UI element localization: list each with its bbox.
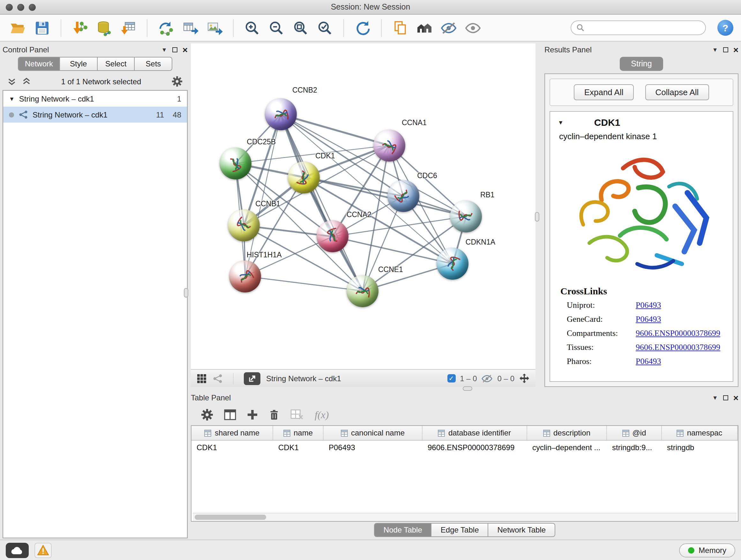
memory-button[interactable]: Memory <box>679 543 735 557</box>
network-edge[interactable] <box>246 276 363 291</box>
maximize-panel-icon[interactable] <box>723 47 728 52</box>
grid-view-icon[interactable] <box>197 373 207 383</box>
zoom-fit-button[interactable] <box>290 17 311 38</box>
gene-section-header[interactable]: ▼ CDK1 <box>550 112 733 130</box>
network-canvas[interactable]: CCNB2CCNA1CDC25BCDK1CDC6RB1CCNB1CCNA2CDK… <box>191 44 536 369</box>
help-button[interactable]: ? <box>718 20 733 36</box>
network-node-ccnb2[interactable] <box>265 98 297 130</box>
tab-sets[interactable]: Sets <box>135 57 172 71</box>
node-count: 11 <box>151 110 164 119</box>
panel-splitter-grip[interactable] <box>535 212 539 222</box>
add-column-icon[interactable] <box>247 409 258 420</box>
network-node-cdk1[interactable] <box>288 161 320 193</box>
network-edge[interactable] <box>281 114 389 145</box>
app-window: Session: New Session ? <box>0 0 741 560</box>
table-header-row: shared namenamecanonical namedatabase id… <box>192 426 738 441</box>
horizontal-scrollbar[interactable] <box>193 513 737 521</box>
float-panel-icon[interactable]: ▼ <box>712 395 718 401</box>
save-session-button[interactable] <box>32 17 52 38</box>
network-node-cdkn1a[interactable] <box>437 248 469 280</box>
network-edge[interactable] <box>281 114 363 291</box>
detach-view-button[interactable] <box>244 372 260 385</box>
gear-icon[interactable] <box>172 76 183 87</box>
hidden-eye-icon[interactable] <box>482 374 493 383</box>
birdseye-view-icon[interactable] <box>212 373 223 383</box>
import-network-file-button[interactable] <box>70 17 90 38</box>
crosslink-link[interactable]: 9606.ENSP00000378699 <box>636 342 720 353</box>
nested-networks-button[interactable] <box>414 17 434 38</box>
crosslink-link[interactable]: P06493 <box>636 314 661 324</box>
close-panel-icon[interactable]: × <box>733 45 738 54</box>
tab-network-table[interactable]: Network Table <box>488 523 556 537</box>
column-header-name[interactable]: name <box>273 426 324 440</box>
export-table-button[interactable] <box>180 17 200 38</box>
search-box[interactable] <box>570 20 706 35</box>
selected-checkbox-icon[interactable]: ✓ <box>447 374 455 382</box>
column-header-@id[interactable]: @id <box>607 426 662 440</box>
network-node-cdc25b[interactable] <box>219 147 251 179</box>
move-crosshair-icon[interactable] <box>519 373 530 384</box>
show-all-button[interactable] <box>463 17 483 38</box>
scrollbar-thumb[interactable] <box>195 515 266 520</box>
control-panel-header: Control Panel ▼ × <box>3 44 188 56</box>
column-header-shared-name[interactable]: shared name <box>192 426 273 440</box>
network-node-ccna2[interactable] <box>317 221 348 253</box>
collapse-triangle-icon[interactable]: ▼ <box>9 96 15 102</box>
tab-select[interactable]: Select <box>97 57 135 71</box>
network-node-hist1h1a[interactable] <box>229 260 261 292</box>
refresh-button[interactable] <box>352 17 373 38</box>
search-input[interactable] <box>588 24 700 32</box>
hide-selected-button[interactable] <box>439 17 459 38</box>
network-node-ccna1[interactable] <box>373 129 405 161</box>
collapse-all-icon[interactable] <box>22 77 30 85</box>
crosslink-link[interactable]: P06493 <box>636 300 661 310</box>
network-node-ccne1[interactable] <box>347 275 379 307</box>
new-network-button[interactable] <box>156 17 176 38</box>
show-columns-icon[interactable] <box>224 409 236 420</box>
gear-icon[interactable] <box>201 409 213 421</box>
maximize-panel-icon[interactable] <box>172 47 178 52</box>
collapse-all-button[interactable]: Collapse All <box>645 84 709 100</box>
tab-network[interactable]: Network <box>18 57 60 71</box>
cloud-button[interactable] <box>6 543 29 558</box>
network-edge[interactable] <box>333 237 453 264</box>
tab-edge-table[interactable]: Edge Table <box>432 523 488 537</box>
network-edge[interactable] <box>304 177 466 216</box>
column-header-database-identifier[interactable]: database identifier <box>422 426 527 440</box>
close-panel-icon[interactable]: × <box>733 393 738 402</box>
float-panel-icon[interactable]: ▼ <box>712 47 718 53</box>
network-node-cdc6[interactable] <box>387 180 419 212</box>
zoom-out-button[interactable] <box>266 17 286 38</box>
open-session-button[interactable] <box>8 17 28 38</box>
maximize-panel-icon[interactable] <box>723 395 728 400</box>
zoom-selected-button[interactable] <box>315 17 335 38</box>
export-image-button[interactable] <box>204 17 225 38</box>
zoom-in-button[interactable] <box>242 17 262 38</box>
column-header-namespac[interactable]: namespac <box>662 426 738 440</box>
warnings-button[interactable] <box>35 543 52 558</box>
float-panel-icon[interactable]: ▼ <box>161 47 167 53</box>
crosslink-link[interactable]: P06493 <box>636 356 661 367</box>
column-header-description[interactable]: description <box>527 426 607 440</box>
panel-splitter-grip[interactable] <box>184 288 188 298</box>
import-table-button[interactable] <box>118 17 138 38</box>
close-panel-icon[interactable]: × <box>183 45 188 54</box>
crosslink-link[interactable]: 9606.ENSP00000378699 <box>636 328 720 338</box>
tab-style[interactable]: Style <box>60 57 97 71</box>
collapse-triangle-icon[interactable]: ▼ <box>558 119 563 125</box>
title-bar[interactable]: Session: New Session <box>0 0 741 15</box>
network-node-ccnb1[interactable] <box>228 209 260 241</box>
column-header-canonical-name[interactable]: canonical name <box>324 426 422 440</box>
delete-column-icon[interactable] <box>269 409 280 421</box>
network-collection-row[interactable]: ▼ String Network – cdk1 1 <box>3 91 187 107</box>
network-row[interactable]: String Network – cdk1 11 48 <box>3 107 187 123</box>
network-node-rb1[interactable] <box>450 200 482 233</box>
panel-splitter-grip[interactable] <box>463 386 472 391</box>
table-row[interactable]: CDK1CDK1P064939606.ENSP00000378699cyclin… <box>192 441 738 455</box>
tab-node-table[interactable]: Node Table <box>374 523 432 537</box>
tab-string[interactable]: String <box>619 57 663 71</box>
copy-style-button[interactable] <box>390 17 410 38</box>
expand-all-icon[interactable] <box>8 77 16 85</box>
import-network-database-button[interactable] <box>94 17 114 38</box>
expand-all-button[interactable]: Expand All <box>574 84 634 100</box>
